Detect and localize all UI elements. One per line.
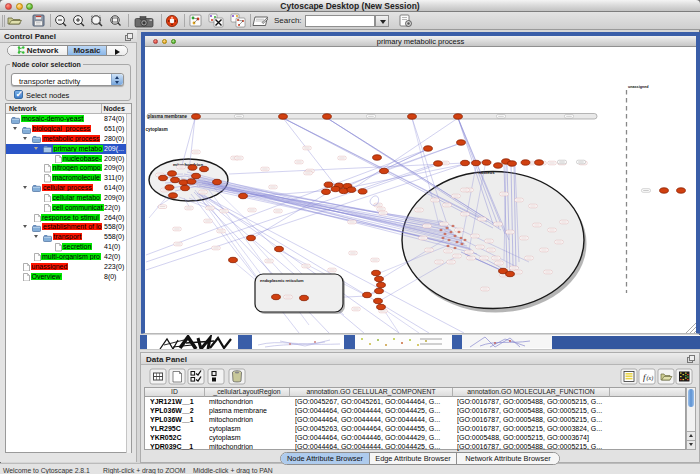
svg-text:cytoplasm: cytoplasm xyxy=(146,127,168,132)
svg-text:endoplasmic reticulum: endoplasmic reticulum xyxy=(260,278,304,283)
svg-text:(x): (x) xyxy=(647,375,654,382)
svg-text:unassigned: unassigned xyxy=(628,85,649,89)
svg-text:nucleus: nucleus xyxy=(479,170,496,175)
svg-text:plasma membrane: plasma membrane xyxy=(148,114,188,119)
